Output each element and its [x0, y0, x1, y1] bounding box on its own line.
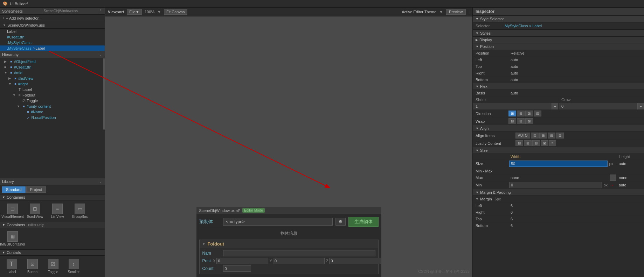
styles-arrow: ▼ — [476, 31, 479, 35]
library-item-toggle-ctrl[interactable]: ☑ Toggle — [43, 258, 63, 275]
justify-btn-2[interactable]: ⊞ — [524, 140, 532, 146]
grow-input[interactable] — [559, 103, 638, 109]
library-item-imgui[interactable]: ▦ IMGUIContainer — [2, 230, 23, 247]
justify-btn-1[interactable]: ⊡ — [515, 140, 523, 146]
controls-arrow: ▼ — [2, 251, 5, 254]
name-label: Nam — [202, 251, 222, 256]
library-item-groupbox[interactable]: ▭ GroupBox — [69, 203, 90, 220]
menu-dots[interactable]: ⋮ — [99, 9, 103, 13]
name-input[interactable] — [223, 250, 375, 256]
flex-header[interactable]: ▼ Flex — [473, 83, 644, 90]
preview-btn[interactable]: Preview — [446, 9, 466, 15]
basis-value: auto — [508, 90, 521, 96]
display-header[interactable]: ▶ Display — [473, 37, 644, 43]
item-label: #LocalPosition — [31, 115, 56, 120]
foldout-container: ▼ Foldout Nam Posit — [199, 240, 379, 274]
hierarchy-menu[interactable]: ⋮ — [99, 52, 103, 57]
tab-standard[interactable]: Standard — [2, 186, 26, 193]
library-item-label-ctrl[interactable]: T Label — [2, 258, 21, 275]
width-col-header: Width — [508, 154, 616, 159]
dir-btn-1[interactable]: ⊞ — [508, 111, 516, 116]
y-input[interactable] — [273, 258, 325, 264]
stylesheet-item-label[interactable]: Label — [0, 29, 105, 34]
stylesheet-item-mystyleclass[interactable]: .MyStyleClass — [0, 40, 105, 45]
label-ctrl-icon: T — [7, 259, 17, 269]
scene-window: SceneObjWindow.uxml* Editor Mode 预制体 ⚙ 生… — [196, 207, 382, 277]
gear-btn[interactable]: ⚙ — [335, 218, 346, 226]
x-input[interactable] — [216, 258, 268, 264]
size-header[interactable]: ▼ Size — [473, 147, 644, 154]
margin-left-val: 6 — [508, 203, 515, 209]
align-btn-4[interactable]: ⊠ — [556, 133, 564, 138]
fit-canvas-btn[interactable]: Fit Canvas — [164, 9, 187, 15]
tree-item-localposition[interactable]: ■ ↗ #LocalPosition — [0, 115, 105, 120]
selector-value: .MyStyleClass > Label — [501, 22, 545, 29]
size-width-input[interactable] — [509, 161, 608, 167]
margin-padding-header[interactable]: ▼ Margin & Padding — [473, 189, 644, 196]
tree-item-name[interactable]: ■ ■ #Name — [0, 109, 105, 115]
scroll-thumb[interactable] — [103, 58, 105, 130]
grow-minus[interactable]: − — [638, 103, 644, 109]
tab-project[interactable]: Project — [26, 186, 46, 193]
shrink-minus[interactable]: − — [552, 103, 558, 109]
min-width-input[interactable] — [509, 182, 602, 188]
styles-header[interactable]: ▼ Styles — [473, 30, 644, 37]
count-input[interactable] — [223, 265, 251, 272]
library-item-button-ctrl[interactable]: ⊡ Button — [23, 258, 42, 275]
justify-row: Justify Content ⊡ ⊞ ⊟ ⊠ ≡ — [473, 140, 644, 147]
justify-btn-3[interactable]: ⊟ — [532, 140, 540, 146]
add-selector-btn[interactable]: + Add new selector... — [6, 16, 42, 20]
foldout-header[interactable]: ▼ Foldout — [200, 240, 378, 248]
arrow: ■ — [4, 65, 8, 69]
wrap-btn-3[interactable]: ⊠ — [525, 118, 533, 124]
position-label: Posit — [202, 258, 212, 263]
max-minus-btn[interactable]: − — [610, 175, 616, 181]
justify-btn-5[interactable]: ≡ — [549, 140, 556, 146]
stylesheet-item-creat[interactable]: #CreatBtn — [0, 34, 105, 40]
shrink-input[interactable] — [473, 103, 552, 109]
library-item-scrollview[interactable]: ⊡ ScrollView — [25, 203, 46, 220]
element-icon: ■ — [8, 60, 14, 63]
file-btn[interactable]: File▼ — [127, 9, 142, 15]
wrap-btn-2[interactable]: ⊟ — [517, 118, 525, 124]
library-item-listview[interactable]: ≡ ListView — [47, 203, 68, 220]
library-title: Library — [2, 179, 14, 184]
align-btn-1[interactable]: ⊡ — [531, 133, 539, 138]
tree-item-label[interactable]: ■ T Label — [0, 87, 105, 92]
tree-item-objectfield[interactable]: ▶ ■ #ObjectField — [0, 59, 105, 64]
align-header[interactable]: ▼ Align — [473, 125, 644, 132]
tree-item-foldout[interactable]: ▼ ≡ Foldout — [0, 92, 105, 98]
z-input[interactable] — [329, 258, 381, 264]
align-btn-2[interactable]: ⊞ — [539, 133, 547, 138]
generate-btn[interactable]: 生成物体 — [348, 217, 379, 227]
tree-item-toggle[interactable]: ■ ☑ Toggle — [0, 98, 105, 104]
wrap-btn-1[interactable]: ⊡ — [508, 118, 516, 124]
justify-btn-4[interactable]: ⊠ — [541, 140, 548, 146]
stylesheet-item-mystyleclass-label[interactable]: .MyStyleClass >Label — [0, 45, 105, 51]
right-panel: Inspector ▼ Style Selector Selector .MyS… — [472, 8, 644, 277]
library-item-visual[interactable]: □ VisualElement — [2, 203, 23, 220]
size-height-val: auto — [616, 161, 644, 166]
position-section-header[interactable]: ▼ Position — [473, 43, 644, 50]
dir-btn-3[interactable]: ⊠ — [525, 111, 533, 116]
align-auto-btn[interactable]: AUTO — [515, 133, 530, 138]
app-icon: 🎨 — [3, 1, 8, 6]
tree-item-listview[interactable]: ▶ ■ #listView — [0, 76, 105, 81]
add-icon: + — [2, 16, 5, 21]
library-item-scroller-ctrl[interactable]: ↕ Scroller — [64, 258, 83, 275]
tree-item-unity-content[interactable]: ▼ ■ #unity-content — [0, 104, 105, 109]
tree-item-mid[interactable]: ▼ ■ #mid — [0, 70, 105, 76]
tree-item-right[interactable]: ▼ ■ #right — [0, 81, 105, 87]
toggle-ctrl-label: Toggle — [48, 270, 58, 274]
dir-btn-2[interactable]: ⊟ — [517, 111, 525, 116]
dir-btn-4[interactable]: ⊡ — [534, 111, 541, 116]
library-menu[interactable]: ⋮ — [99, 179, 103, 184]
type-input[interactable] — [223, 218, 333, 226]
margin-top-label: Top — [473, 216, 508, 222]
align-btn-3[interactable]: ⊟ — [548, 133, 555, 138]
containers-editor-label: Containers — [7, 223, 25, 227]
tree-item-creatbtn[interactable]: ■ ■ #CreatBtn — [0, 64, 105, 70]
max-row: Max none − none — [473, 175, 644, 181]
hierarchy-content[interactable]: ▶ ■ #ObjectField ■ ■ #CreatBtn ▼ ■ #mid — [0, 58, 105, 178]
containers-editor-items: ▦ IMGUIContainer — [0, 228, 105, 249]
